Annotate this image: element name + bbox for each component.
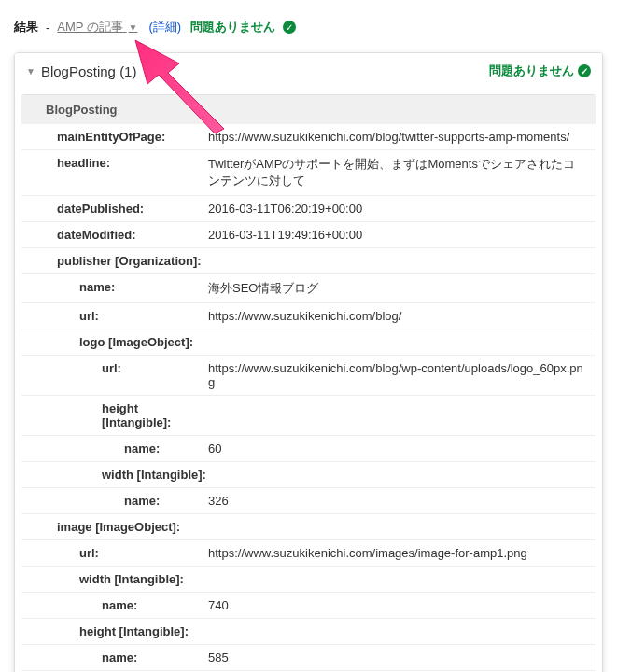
property-key: width [Intangible]: [21, 468, 208, 482]
structured-data-box: BlogPosting mainEntityOfPage: https://ww… [21, 94, 596, 672]
property-row: height [Intangible]: [21, 396, 596, 436]
panel-header[interactable]: ▼ BlogPosting (1) 問題ありません ✓ [15, 53, 602, 89]
property-key: width [Intangible]: [21, 572, 208, 586]
property-key: height [Intangible]: [21, 401, 208, 429]
property-key: name: [21, 441, 208, 455]
check-icon: ✓ [283, 21, 296, 34]
type-header: BlogPosting [21, 95, 596, 124]
property-key: dateModified: [21, 228, 208, 242]
property-row: mainEntityOfPage: https://www.suzukikeni… [21, 124, 596, 150]
property-row: datePublished: 2016-03-11T06:20:19+00:00 [21, 196, 596, 222]
property-key: url: [21, 546, 208, 560]
panel-title: BlogPosting (1) [41, 63, 137, 79]
blogposting-panel: ▼ BlogPosting (1) 問題ありません ✓ BlogPosting … [14, 52, 603, 672]
property-row: logo [ImageObject]: [21, 329, 596, 356]
caret-down-icon: ▼ [26, 66, 35, 77]
property-key: name: [21, 651, 208, 665]
results-label: 結果 [14, 19, 38, 35]
property-row: height [Intangible]: [21, 619, 596, 645]
property-value: TwitterがAMPのサポートを開始、まずはMomentsでシェアされたコンテ… [208, 156, 596, 189]
property-row: name: 585 [21, 645, 596, 671]
property-value: 740 [208, 598, 596, 612]
property-value: https://www.suzukikenichi.com/blog/ [208, 309, 596, 323]
property-row: publisher [Organization]: [21, 248, 596, 274]
property-value: https://www.suzukikenichi.com/images/ima… [208, 546, 596, 560]
property-row: name: 326 [21, 488, 596, 514]
property-key: headline: [21, 156, 208, 170]
chevron-down-icon: ▼ [129, 22, 138, 33]
property-key: url: [21, 361, 208, 375]
property-row: name: 海外SEO情報ブログ [21, 274, 596, 303]
results-header: 結果 - AMP の記事 ▼ (詳細) 問題ありません ✓ [14, 19, 603, 35]
property-key: name: [21, 280, 208, 294]
property-row: name: 740 [21, 593, 596, 619]
property-row: image [ImageObject]: [21, 514, 596, 540]
property-row: url: https://www.suzukikenichi.com/image… [21, 540, 596, 567]
amp-link-text: AMP の記事 [57, 20, 123, 34]
property-row: width [Intangible]: [21, 567, 596, 593]
property-value: 60 [208, 441, 596, 455]
property-key: mainEntityOfPage: [21, 130, 208, 144]
property-key: name: [21, 494, 208, 508]
check-icon: ✓ [578, 64, 591, 77]
amp-article-dropdown[interactable]: AMP の記事 ▼ [57, 19, 137, 35]
property-value: 海外SEO情報ブログ [208, 280, 596, 297]
property-row: width [Intangible]: [21, 462, 596, 488]
property-value: https://www.suzukikenichi.com/blog/twitt… [208, 130, 596, 144]
property-row: dateModified: 2016-03-11T19:49:16+00:00 [21, 222, 596, 248]
status-text: 問題ありません [190, 19, 275, 35]
property-row: url: https://www.suzukikenichi.com/blog/… [21, 356, 596, 396]
detail-link[interactable]: (詳細) [148, 19, 181, 35]
property-key: height [Intangible]: [21, 624, 208, 638]
property-key: url: [21, 309, 208, 323]
property-value: 2016-03-11T06:20:19+00:00 [208, 202, 596, 216]
property-value: https://www.suzukikenichi.com/blog/wp-co… [208, 361, 596, 389]
property-row: url: https://www.suzukikenichi.com/blog/ [21, 303, 596, 329]
property-row: name: 60 [21, 436, 596, 462]
panel-status-text: 問題ありません [489, 63, 574, 79]
property-row: headline: TwitterがAMPのサポートを開始、まずはMoments… [21, 150, 596, 196]
property-key: name: [21, 598, 208, 612]
property-value: 585 [208, 651, 596, 665]
property-key: image [ImageObject]: [21, 520, 208, 534]
property-key: logo [ImageObject]: [21, 335, 208, 349]
property-key: publisher [Organization]: [21, 254, 208, 268]
property-key: datePublished: [21, 202, 208, 216]
property-value: 326 [208, 494, 596, 508]
separator: - [46, 21, 49, 35]
property-value: 2016-03-11T19:49:16+00:00 [208, 228, 596, 242]
